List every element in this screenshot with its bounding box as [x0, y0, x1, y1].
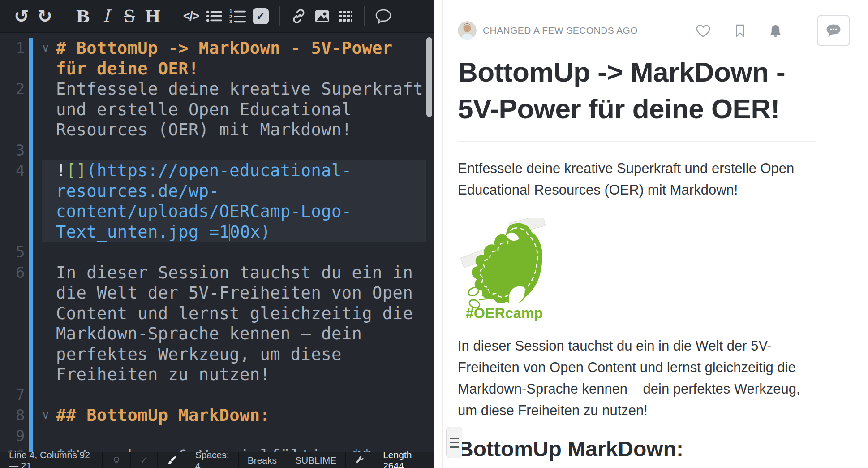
change-indicator-bar [29, 59, 33, 79]
code-text: die Welt der 5V-Freiheiten von Open [56, 283, 413, 303]
split-drag-handle[interactable] [446, 427, 462, 458]
change-indicator-bar [29, 160, 33, 181]
editor-row[interactable]: 5 [0, 242, 434, 263]
code-text: **Verwahren & Vervielfältigen** [56, 446, 372, 452]
checkbox-icon: ✓ [253, 8, 269, 24]
code-text: Content und lernst gleichzeitig die [56, 303, 413, 324]
change-indicator-bar [29, 303, 33, 324]
undo-icon: ↺ [14, 6, 29, 26]
redo-button[interactable]: ↻ [34, 4, 55, 29]
italic-icon: I [103, 6, 109, 26]
editor-row[interactable]: 6In dieser Session tauchst du ein in [0, 263, 434, 283]
heading-button[interactable]: H [142, 4, 163, 29]
bold-icon: B [76, 6, 90, 26]
svg-text:1: 1 [229, 9, 232, 14]
change-indicator-bar [29, 385, 33, 406]
ordered-list-button[interactable]: 123 [227, 4, 248, 29]
lightbulb-icon [112, 455, 121, 466]
italic-button[interactable]: I [96, 4, 116, 29]
rendered-subheading: BottomUp MarkDown: [458, 437, 850, 461]
change-indicator-bar [29, 201, 33, 222]
editor-toolbar: ↺ ↻ B I S H </> 123 [0, 0, 434, 33]
editor-code-area[interactable]: 1∨# BottomUp -> MarkDown - 5V-Powerfür d… [0, 33, 434, 452]
editor-row[interactable]: die Welt der 5V-Freiheiten von Open [0, 283, 434, 303]
editor-row[interactable]: 7 [0, 385, 434, 406]
table-icon [337, 8, 353, 24]
ordered-list-icon: 123 [229, 8, 246, 24]
checklist-button[interactable]: ✓ [250, 4, 271, 29]
toolbar-separator [64, 6, 64, 26]
fold-chevron-icon[interactable]: ∨ [42, 38, 56, 59]
svg-text:2: 2 [229, 14, 232, 19]
editor-row[interactable]: perfektes Werkzeug, um diese [0, 344, 434, 365]
editor-row[interactable]: 2Entfessele deine kreative Superkraft [0, 79, 434, 100]
bookmark-icon [735, 24, 746, 38]
spaces-setting[interactable]: Spaces: 4 [186, 452, 238, 468]
insert-link-button[interactable] [288, 4, 309, 29]
wrench-icon [355, 455, 365, 465]
code-text: Markdown-Sprache kennen – dein [56, 324, 362, 344]
strikethrough-button[interactable]: S [119, 4, 140, 29]
image-icon [314, 8, 331, 24]
change-indicator-bar [29, 79, 33, 100]
editor-row[interactable]: Markdown-Sprache kennen – dein [0, 324, 434, 344]
change-indicator-bar [29, 426, 33, 446]
markdown-editor-app: ↺ ↻ B I S H </> 123 [0, 0, 868, 468]
change-indicator-bar [29, 324, 33, 344]
insert-table-button[interactable] [335, 4, 356, 29]
preferences-button[interactable] [345, 452, 374, 468]
oercamp-logo-caption: #OERcamp [466, 305, 543, 321]
editor-row[interactable]: und erstelle Open Educational [0, 100, 434, 120]
editor-scrollbar-thumb[interactable] [426, 37, 432, 117]
editor-row[interactable]: resources.de/wp- [0, 181, 434, 202]
theme-toggle-button[interactable] [102, 452, 130, 468]
comment-button[interactable] [373, 4, 394, 29]
format-brush-button[interactable] [157, 452, 186, 468]
editor-row[interactable]: 8∨## BottomUp MarkDown: [0, 405, 434, 426]
editor-row[interactable]: 1∨# BottomUp -> MarkDown - 5V-Power [0, 38, 434, 59]
bookmark-button[interactable] [735, 24, 746, 38]
comment-icon [374, 8, 392, 24]
linebreaks-setting[interactable]: Breaks [238, 452, 286, 468]
editor-row[interactable]: Content und lernst gleichzeitig die [0, 303, 434, 324]
unordered-list-button[interactable] [204, 4, 224, 29]
code-text: perfektes Werkzeug, um diese [56, 344, 342, 365]
bold-button[interactable]: B [73, 4, 93, 29]
toolbar-separator [364, 6, 365, 26]
code-icon: </> [183, 9, 198, 23]
paintbrush-icon [167, 455, 177, 465]
keymap-setting[interactable]: SUBLIME [286, 452, 345, 468]
editor-row[interactable]: Freiheiten zu nutzen! [0, 364, 434, 385]
line-number: 2 [0, 79, 25, 100]
editor-lines: 1∨# BottomUp -> MarkDown - 5V-Powerfür d… [0, 38, 434, 452]
heart-icon [695, 23, 711, 38]
spellcheck-button[interactable]: ✓ [130, 452, 157, 468]
editor-row[interactable]: content/uploads/OERCamp-Logo- [0, 201, 434, 222]
author-avatar[interactable] [458, 21, 477, 40]
notifications-button[interactable] [769, 24, 782, 38]
editor-row[interactable]: 3 [0, 140, 434, 161]
doc-length: Length 2644 [374, 452, 434, 468]
change-indicator-bar [29, 242, 33, 263]
link-icon [291, 8, 307, 24]
undo-button[interactable]: ↺ [11, 4, 32, 29]
editor-row[interactable]: für deine OER! [0, 59, 434, 79]
editor-row[interactable]: 9 [0, 426, 434, 446]
editor-row[interactable]: Text_unten.jpg =100x) [0, 222, 434, 243]
like-button[interactable] [695, 23, 711, 38]
svg-text:3: 3 [229, 19, 232, 24]
preview-header: CHANGED A FEW SECONDS AGO [458, 17, 850, 44]
insert-image-button[interactable] [312, 4, 332, 29]
line-number: 8 [0, 405, 25, 426]
editor-row[interactable]: Resources (OER) mit Markdown! [0, 120, 434, 140]
open-comments-button[interactable] [817, 15, 850, 46]
breaks-label: Breaks [248, 455, 277, 466]
spellcheck-check-icon: ✓ [140, 455, 148, 466]
editor-row[interactable]: 10**Verwahren & Vervielfältigen** [0, 446, 434, 452]
editor-row[interactable]: 4![](https://open-educational- [0, 160, 434, 181]
change-indicator-bar [29, 120, 33, 140]
rendered-paragraph-1: Entfessele deine kreative Superkraft und… [458, 158, 816, 201]
fold-chevron-icon[interactable]: ∨ [42, 405, 56, 426]
change-indicator-bar [29, 344, 33, 365]
code-block-button[interactable]: </> [180, 4, 201, 29]
